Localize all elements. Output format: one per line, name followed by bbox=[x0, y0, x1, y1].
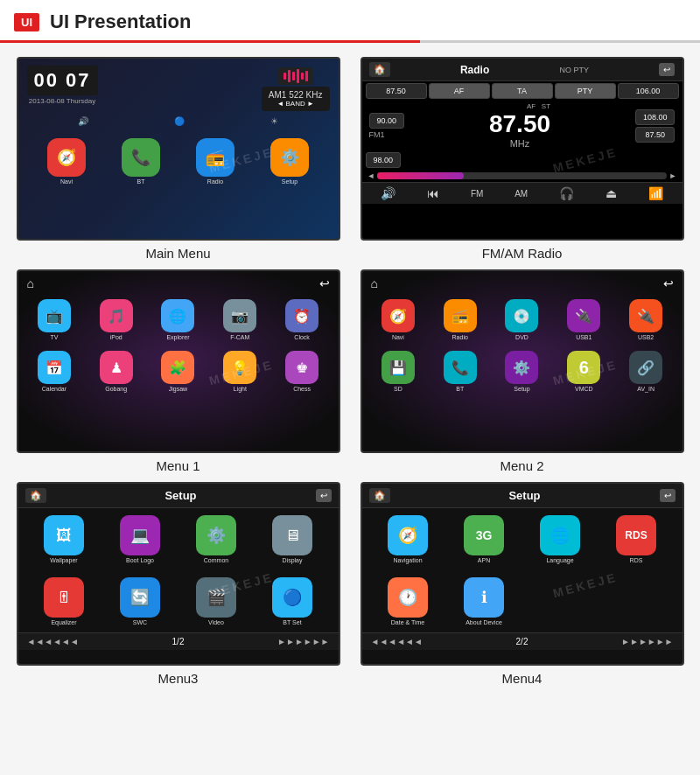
menu1-explorer-label: Explorer bbox=[166, 334, 189, 340]
menu2-app-setup[interactable]: ⚙️ Setup bbox=[493, 351, 551, 392]
radio-header: 🏠 Radio NO PTY ↩ bbox=[362, 59, 682, 81]
menu2-sd-label: SD bbox=[394, 386, 402, 392]
radio-volume-icon[interactable]: 🔊 bbox=[381, 186, 396, 200]
menu4-apps-row2: 🕐 Date & Time ℹ About Device bbox=[362, 570, 682, 632]
menu4-rds-label: RDS bbox=[630, 557, 643, 563]
radio-btn-106[interactable]: 106.00 bbox=[618, 83, 679, 99]
main-menu-screen: MEKEJE 00 07 2013-08-08 Thursday bbox=[17, 57, 340, 241]
radio-fm-btn[interactable]: FM bbox=[471, 189, 483, 199]
menu3-app-equalizer[interactable]: 🎚 Equalizer bbox=[29, 577, 100, 625]
menu4-language-icon: 🌐 bbox=[540, 515, 580, 555]
menu4-page: 2/2 bbox=[516, 637, 528, 646]
menu2-cell: MEKEJE ⌂ ↩ 🧭 Navi 📻 Radio 💿 DVD bbox=[354, 269, 690, 473]
mm-top-bar: 00 07 2013-08-08 Thursday AM1 522 KHz bbox=[18, 59, 339, 111]
mm-date: 2013-08-08 Thursday bbox=[27, 97, 98, 105]
menu4-app-language[interactable]: 🌐 Language bbox=[525, 515, 596, 563]
menu3-app-video[interactable]: 🎬 Video bbox=[181, 577, 252, 625]
menu1-app-jigsaw[interactable]: 🧩 Jigsaw bbox=[149, 351, 207, 392]
menu4-rds-icon: RDS bbox=[616, 515, 656, 555]
menu1-app-ipod[interactable]: 🎵 iPod bbox=[87, 299, 145, 340]
radio-slider-track[interactable] bbox=[377, 172, 666, 179]
menu4-nav-prev[interactable]: ◄◄◄◄◄◄ bbox=[371, 637, 423, 646]
radio-btn-8750[interactable]: 87.50 bbox=[366, 83, 427, 99]
app-navi[interactable]: 🧭 Navi bbox=[32, 138, 102, 185]
radio-btn-af[interactable]: AF bbox=[429, 83, 490, 99]
menu1-app-tv[interactable]: 📺 TV bbox=[25, 299, 84, 340]
radio-btn-ta[interactable]: TA bbox=[492, 83, 553, 99]
menu4-nav-next[interactable]: ►►►►►► bbox=[621, 637, 673, 646]
menu3-app-btset[interactable]: 🔵 BT Set bbox=[257, 577, 328, 625]
menu3-nav-next[interactable]: ►►►►►► bbox=[277, 637, 329, 646]
menu1-back-icon[interactable]: ↩ bbox=[319, 276, 330, 290]
app-bt[interactable]: 📞 BT bbox=[107, 138, 176, 185]
menu3-nav-prev[interactable]: ◄◄◄◄◄◄ bbox=[27, 637, 79, 646]
radio-back-btn[interactable]: ↩ bbox=[659, 63, 675, 76]
menu1-app-light[interactable]: 💡 Light bbox=[211, 351, 270, 392]
menu2-app-sd[interactable]: 💾 SD bbox=[369, 351, 428, 392]
bluetooth-icon: 🔵 bbox=[174, 116, 185, 126]
app-radio[interactable]: 📻 Radio bbox=[181, 138, 250, 185]
menu3-app-wallpaper[interactable]: 🖼 Wallpaper bbox=[29, 515, 100, 563]
menu1-app-explorer[interactable]: 🌐 Explorer bbox=[149, 299, 207, 340]
radio-prev-icon[interactable]: ⏮ bbox=[427, 186, 439, 200]
radio-headphone-icon[interactable]: 🎧 bbox=[559, 186, 574, 200]
mm-clock: 00 07 bbox=[27, 66, 98, 95]
menu4-navigation-icon: 🧭 bbox=[388, 515, 428, 555]
menu1-app-calendar[interactable]: 📅 Calendar bbox=[25, 351, 84, 392]
header-divider bbox=[0, 40, 700, 43]
menu1-ipod-label: iPod bbox=[110, 334, 122, 340]
mm-radio-box: AM1 522 KHz ◄ BAND ► bbox=[262, 87, 330, 111]
menu3-home-icon[interactable]: 🏠 bbox=[25, 488, 46, 503]
radio-btn-pty[interactable]: PTY bbox=[555, 83, 616, 99]
menu1-app-chess[interactable]: ♚ Chess bbox=[273, 351, 332, 392]
menu2-home-icon[interactable]: ⌂ bbox=[371, 276, 378, 290]
app-setup[interactable]: ⚙️ Setup bbox=[256, 138, 325, 185]
menu1-home-icon[interactable]: ⌂ bbox=[27, 276, 34, 290]
menu3-app-swc[interactable]: 🔄 SWC bbox=[105, 577, 176, 625]
menu2-app-usb2[interactable]: 🔌 USB2 bbox=[617, 299, 676, 340]
menu4-app-apn[interactable]: 3G APN bbox=[449, 515, 520, 563]
menu4-app-about[interactable]: ℹ About Device bbox=[449, 577, 520, 625]
menu2-radio-icon: 📻 bbox=[444, 299, 477, 332]
radio-btn-108[interactable]: 108.00 bbox=[635, 109, 676, 125]
radio-btn-8750b[interactable]: 87.50 bbox=[635, 127, 676, 143]
menu2-app-bt[interactable]: 📞 BT bbox=[430, 351, 489, 392]
menu3-app-display[interactable]: 🖥 Display bbox=[257, 515, 328, 563]
menu1-ipod-icon: 🎵 bbox=[100, 299, 133, 332]
menu2-app-vmcd[interactable]: 6 VMCD bbox=[555, 351, 613, 392]
menu4-app-navigation[interactable]: 🧭 Navigation bbox=[373, 515, 444, 563]
menu4-apps-row1: 🧭 Navigation 3G APN 🌐 Language RDS RDS bbox=[362, 508, 682, 570]
menu2-back-icon[interactable]: ↩ bbox=[663, 276, 674, 290]
menu3-title: Setup bbox=[164, 489, 196, 502]
radio-home-icon[interactable]: 🏠 bbox=[369, 62, 390, 77]
radio-freq-row2: 98.00 bbox=[362, 150, 682, 170]
menu1-app-clock[interactable]: ⏰ Clock bbox=[273, 299, 332, 340]
radio-btn-90[interactable]: 90.00 bbox=[369, 113, 405, 129]
menu2-app-avin[interactable]: 🔗 AV_IN bbox=[617, 351, 676, 392]
menu1-app-fcam[interactable]: 📷 F-CAM bbox=[211, 299, 270, 340]
radio-eject-icon[interactable]: ⏏ bbox=[606, 186, 617, 200]
app-navi-label: Navi bbox=[60, 178, 73, 185]
menu3-btset-label: BT Set bbox=[283, 619, 301, 625]
radio-cell: MEKEJE 🏠 Radio NO PTY ↩ 87.50 AF TA PTY … bbox=[354, 57, 690, 261]
radio-bar-icon[interactable]: 📶 bbox=[648, 186, 663, 200]
menu2-app-dvd[interactable]: 💿 DVD bbox=[493, 299, 551, 340]
menu3-equalizer-label: Equalizer bbox=[51, 619, 76, 625]
radio-btn-98[interactable]: 98.00 bbox=[366, 152, 401, 168]
menu3-back-btn[interactable]: ↩ bbox=[316, 489, 332, 502]
menu2-app-usb1[interactable]: 🔌 USB1 bbox=[555, 299, 613, 340]
menu4-back-btn[interactable]: ↩ bbox=[660, 489, 676, 502]
menu2-bt-icon: 📞 bbox=[444, 351, 477, 384]
ui-badge: UI bbox=[14, 13, 39, 31]
menu1-app-gobang[interactable]: ♟ Gobang bbox=[87, 351, 145, 392]
menu2-app-navi[interactable]: 🧭 Navi bbox=[369, 299, 428, 340]
menu3-app-bootlogo[interactable]: 💻 Boot Logo bbox=[105, 515, 176, 563]
menu3-app-common[interactable]: ⚙️ Common bbox=[181, 515, 252, 563]
menu4-home-icon[interactable]: 🏠 bbox=[369, 488, 390, 503]
menu2-app-radio[interactable]: 📻 Radio bbox=[430, 299, 489, 340]
menu4-app-rds[interactable]: RDS RDS bbox=[601, 515, 672, 563]
menu4-about-icon: ℹ bbox=[464, 577, 504, 618]
radio-am-btn[interactable]: AM bbox=[514, 189, 528, 199]
menu4-app-datetime[interactable]: 🕐 Date & Time bbox=[373, 577, 444, 625]
mm-status-bar: 🔊 🔵 ☀ bbox=[18, 113, 339, 129]
